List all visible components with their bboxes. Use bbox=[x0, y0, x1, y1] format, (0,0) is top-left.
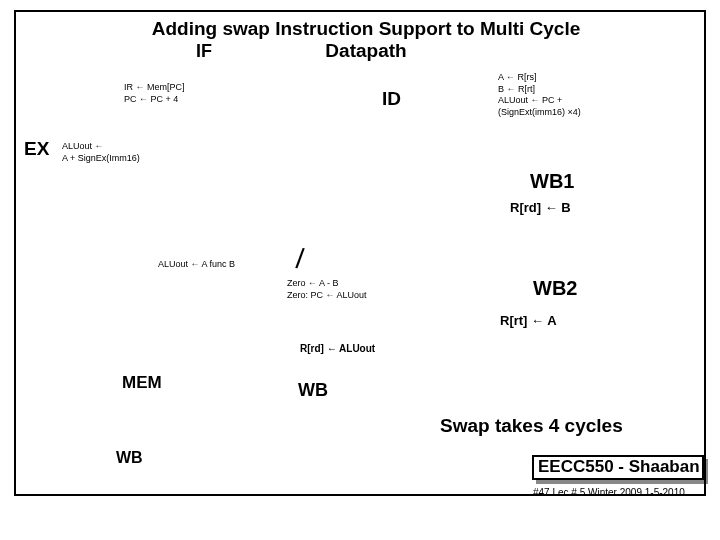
id-code-line3: ALUout ← PC + bbox=[498, 95, 581, 107]
wb1-stage-label: WB1 bbox=[530, 170, 574, 193]
if-code-block: IR ← Mem[PC] PC ← PC + 4 bbox=[124, 82, 185, 105]
swap-cycles-text: Swap takes 4 cycles bbox=[440, 415, 623, 437]
ex-code-block: ALUout ← A + SignEx(Imm16) bbox=[62, 141, 140, 164]
zero-code-line1: Zero ← A - B bbox=[287, 278, 367, 290]
rrd-b-text: R[rd] ← B bbox=[510, 200, 571, 215]
aluout-func-code: ALUout ← A func B bbox=[158, 259, 235, 269]
id-stage-label: ID bbox=[382, 88, 401, 110]
zero-code-block: Zero ← A - B Zero: PC ← ALUout bbox=[287, 278, 367, 301]
wb2-stage-label: WB2 bbox=[533, 277, 577, 300]
rrt-a-text: R[rt] ← A bbox=[500, 313, 557, 328]
rrd-aluout-text: R[rd] ← ALUout bbox=[300, 343, 375, 354]
mem-stage-label: MEM bbox=[122, 373, 162, 393]
if-code-line1: IR ← Mem[PC] bbox=[124, 82, 185, 94]
ex-stage-label: EX bbox=[24, 138, 49, 160]
slide-title: Adding swap Instruction Support to Multi… bbox=[116, 18, 616, 62]
ex-code-line1: ALUout ← bbox=[62, 141, 140, 153]
wb-bottom-label: WB bbox=[116, 449, 143, 467]
course-label: EECC550 - Shaaban bbox=[538, 457, 700, 477]
wb-center-label: WB bbox=[298, 380, 328, 401]
id-code-line4: (SignExt(imm16) ×4) bbox=[498, 107, 581, 119]
id-code-line1: A ← R[rs] bbox=[498, 72, 581, 84]
if-code-line2: PC ← PC + 4 bbox=[124, 94, 185, 106]
ex-code-line2: A + SignEx(Imm16) bbox=[62, 153, 140, 165]
zero-code-line2: Zero: PC ← ALUout bbox=[287, 290, 367, 302]
footer-text: #47 Lec # 5 Winter 2009 1-5-2010 bbox=[533, 487, 685, 498]
id-code-line2: B ← R[rt] bbox=[498, 84, 581, 96]
if-stage-label: IF bbox=[196, 41, 212, 62]
id-code-block: A ← R[rs] B ← R[rt] ALUout ← PC + (SignE… bbox=[498, 72, 581, 119]
